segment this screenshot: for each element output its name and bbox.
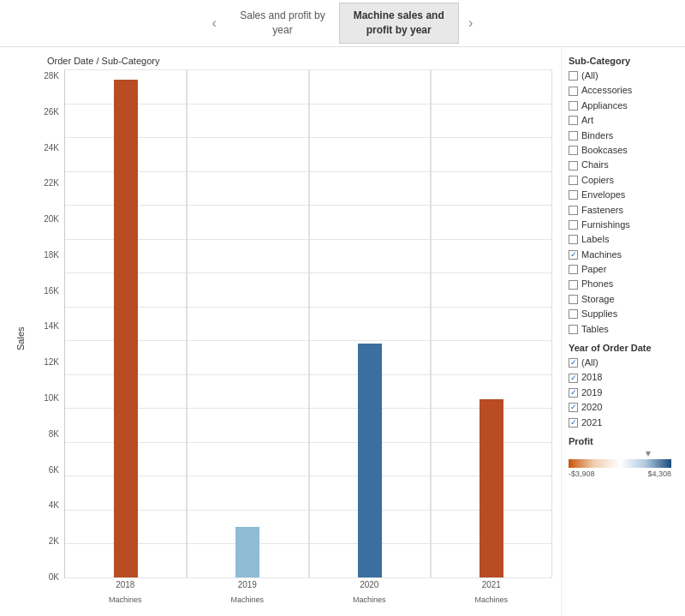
checkbox-paper[interactable] (569, 265, 578, 274)
legend-item-year-2021[interactable]: 2021 (569, 416, 678, 429)
checkbox-art[interactable] (569, 116, 578, 125)
y-tick: 20K (44, 214, 59, 224)
legend-item-appliances[interactable]: Appliances (569, 99, 678, 112)
checkbox-bookcases[interactable] (569, 146, 578, 155)
legend-item-year-2018[interactable]: 2018 (569, 371, 678, 384)
profit-scale: -$3,908 $4,308 (569, 452, 678, 478)
checkbox-copiers[interactable] (569, 176, 578, 185)
legend-label-year-2019: 2019 (581, 386, 602, 399)
tab-sales-profit[interactable]: Sales and profit by year (226, 3, 338, 43)
year-group-2021 (431, 69, 552, 577)
legend-item-copiers[interactable]: Copiers (569, 174, 678, 187)
legend-item-machines[interactable]: Machines (569, 248, 678, 261)
legend-label-chairs: Chairs (581, 158, 609, 171)
subcat-label-2021: Machines (431, 595, 553, 607)
next-arrow[interactable]: › (459, 11, 483, 35)
chart-area: Order Date / Sub-Category Sales 28K 26K … (0, 47, 561, 616)
checkbox-year-2021[interactable] (569, 418, 578, 428)
legend-label-all: (All) (581, 69, 599, 82)
y-tick: 10K (44, 393, 59, 403)
checkbox-binders[interactable] (569, 131, 578, 141)
legend-item-labels[interactable]: Labels (569, 233, 678, 246)
year-label-2018: 2018 (64, 580, 187, 594)
year-label-2019: 2019 (187, 580, 309, 594)
subcategory-title: Sub-Category (569, 56, 678, 66)
plot-grid (64, 69, 552, 578)
checkbox-tables[interactable] (569, 325, 578, 334)
checkbox-accessories[interactable] (569, 87, 578, 96)
y-tick: 26K (44, 107, 59, 117)
legend-item-year-2019[interactable]: 2019 (569, 386, 678, 399)
y-tick: 0K (49, 572, 59, 582)
legend-label-labels: Labels (581, 233, 609, 246)
checkbox-labels[interactable] (569, 235, 578, 244)
chart-wrapper: Sales 28K 26K 24K 22K 20K 18K 16K 14K (13, 69, 552, 607)
tab-machine-sales[interactable]: Machine sales and profit by year (339, 3, 459, 44)
legend-label-envelopes: Envelopes (581, 188, 625, 201)
legend-item-fasteners[interactable]: Fasteners (569, 204, 678, 217)
legend-label-fasteners: Fasteners (581, 204, 623, 217)
legend-item-binders[interactable]: Binders (569, 129, 678, 142)
checkbox-phones[interactable] (569, 280, 578, 290)
legend-item-year-2020[interactable]: 2020 (569, 401, 678, 414)
y-axis: 28K 26K 24K 22K 20K 18K 16K 14K 12K 10K … (32, 69, 64, 607)
checkbox-furnishings[interactable] (569, 220, 578, 230)
sidebar-legend: Sub-Category (All) Accessories Appliance… (561, 47, 685, 616)
checkbox-year-2020[interactable] (569, 403, 578, 412)
profit-max: $4,308 (647, 469, 671, 478)
chart-inner: 28K 26K 24K 22K 20K 18K 16K 14K 12K 10K … (32, 69, 552, 607)
legend-item-bookcases[interactable]: Bookcases (569, 144, 678, 157)
legend-item-paper[interactable]: Paper (569, 263, 678, 276)
legend-item-phones[interactable]: Phones (569, 278, 678, 290)
legend-item-tables[interactable]: Tables (569, 323, 678, 336)
page-container: ‹ Sales and profit by year Machine sales… (0, 0, 685, 616)
checkbox-storage[interactable] (569, 295, 578, 304)
legend-label-year-2018: 2018 (581, 371, 602, 384)
y-tick: 24K (44, 143, 59, 153)
year-group-2019 (187, 69, 308, 577)
checkbox-year-all[interactable] (569, 358, 578, 368)
legend-label-year-all: (All) (581, 356, 599, 369)
bar-fill-2020 (358, 344, 382, 577)
legend-item-art[interactable]: Art (569, 114, 678, 127)
legend-item-envelopes[interactable]: Envelopes (569, 188, 678, 201)
checkbox-appliances[interactable] (569, 101, 578, 111)
legend-label-appliances: Appliances (581, 99, 628, 112)
checkbox-year-2018[interactable] (569, 374, 578, 383)
bars-container (65, 69, 552, 577)
legend-label-binders: Binders (581, 129, 613, 142)
checkbox-envelopes[interactable] (569, 190, 578, 200)
y-tick: 6K (49, 465, 59, 475)
checkbox-supplies[interactable] (569, 309, 578, 319)
profit-min: -$3,908 (569, 469, 595, 478)
legend-label-tables: Tables (581, 323, 609, 336)
subcat-label-2019: Machines (187, 595, 309, 607)
y-tick: 16K (44, 286, 59, 296)
nav-header: ‹ Sales and profit by year Machine sales… (0, 0, 685, 47)
bar-fill-2018 (114, 80, 138, 577)
plot-area: 2018 2019 2020 2021 Machines Machines Ma… (64, 69, 552, 607)
legend-label-year-2021: 2021 (581, 416, 602, 429)
legend-item-chairs[interactable]: Chairs (569, 158, 678, 171)
legend-item-year-all[interactable]: (All) (569, 356, 678, 369)
legend-item-supplies[interactable]: Supplies (569, 308, 678, 320)
checkbox-all[interactable] (569, 71, 578, 81)
checkbox-fasteners[interactable] (569, 206, 578, 215)
checkbox-chairs[interactable] (569, 161, 578, 170)
legend-item-storage[interactable]: Storage (569, 293, 678, 306)
prev-arrow[interactable]: ‹ (202, 11, 226, 35)
bar-2018 (114, 69, 138, 577)
legend-label-machines: Machines (581, 248, 622, 261)
legend-item-furnishings[interactable]: Furnishings (569, 218, 678, 231)
y-tick: 2K (49, 536, 59, 546)
legend-item-accessories[interactable]: Accessories (569, 84, 678, 97)
legend-label-copiers: Copiers (581, 174, 614, 187)
checkbox-year-2019[interactable] (569, 388, 578, 398)
checkbox-machines[interactable] (569, 250, 578, 260)
profit-triangle-marker (646, 452, 651, 457)
legend-label-supplies: Supplies (581, 308, 617, 320)
subcat-label-2018: Machines (64, 595, 187, 607)
x-axis-subcats: Machines Machines Machines Machines (64, 595, 552, 607)
legend-item-all[interactable]: (All) (569, 69, 678, 82)
subcat-label-2020: Machines (308, 595, 431, 607)
